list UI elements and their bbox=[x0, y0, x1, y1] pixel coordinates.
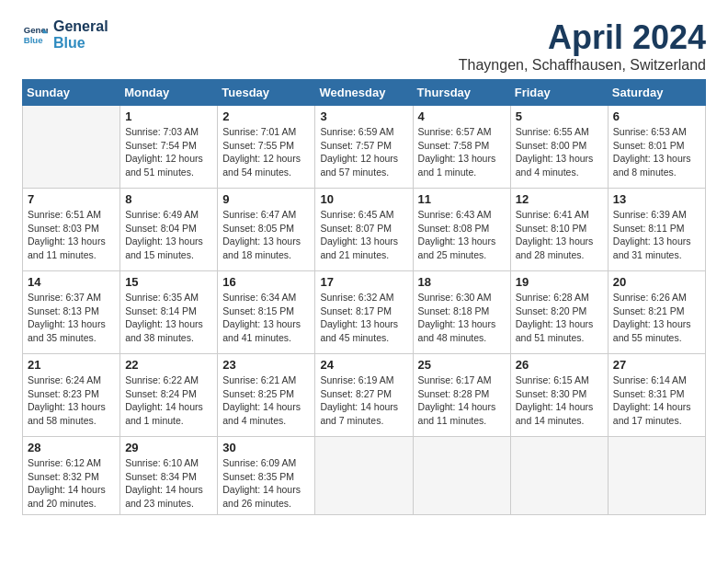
calendar-cell: 25Sunrise: 6:17 AMSunset: 8:28 PMDayligh… bbox=[413, 354, 510, 437]
calendar-cell: 30Sunrise: 6:09 AMSunset: 8:35 PMDayligh… bbox=[218, 437, 315, 515]
calendar-cell: 15Sunrise: 6:35 AMSunset: 8:14 PMDayligh… bbox=[120, 271, 218, 354]
weekday-header-friday: Friday bbox=[510, 80, 608, 106]
day-number: 5 bbox=[516, 109, 603, 123]
day-number: 30 bbox=[222, 441, 310, 454]
logo: General Blue General Blue bbox=[22, 18, 108, 52]
day-number: 19 bbox=[516, 275, 603, 289]
day-info: Sunrise: 7:03 AMSunset: 7:54 PMDaylight:… bbox=[125, 125, 212, 179]
day-info: Sunrise: 6:15 AMSunset: 8:30 PMDaylight:… bbox=[516, 373, 603, 428]
calendar-cell: 17Sunrise: 6:32 AMSunset: 8:17 PMDayligh… bbox=[315, 271, 413, 354]
weekday-header-tuesday: Tuesday bbox=[218, 80, 315, 106]
day-info: Sunrise: 6:10 AMSunset: 8:34 PMDaylight:… bbox=[125, 456, 212, 511]
day-info: Sunrise: 6:09 AMSunset: 8:35 PMDaylight:… bbox=[222, 456, 310, 511]
day-info: Sunrise: 6:19 AMSunset: 8:27 PMDaylight:… bbox=[320, 373, 407, 428]
calendar-cell: 24Sunrise: 6:19 AMSunset: 8:27 PMDayligh… bbox=[315, 354, 413, 437]
day-number: 15 bbox=[125, 275, 212, 289]
day-number: 24 bbox=[320, 358, 407, 372]
day-number: 17 bbox=[320, 275, 407, 289]
day-number: 6 bbox=[613, 109, 700, 123]
day-info: Sunrise: 6:12 AMSunset: 8:32 PMDaylight:… bbox=[28, 456, 115, 511]
day-number: 2 bbox=[222, 109, 310, 123]
calendar-cell: 2Sunrise: 7:01 AMSunset: 7:55 PMDaylight… bbox=[218, 106, 315, 189]
day-number: 9 bbox=[222, 192, 310, 206]
calendar-cell: 22Sunrise: 6:22 AMSunset: 8:24 PMDayligh… bbox=[120, 354, 218, 437]
calendar-cell bbox=[413, 437, 510, 515]
day-info: Sunrise: 6:45 AMSunset: 8:07 PMDaylight:… bbox=[320, 208, 407, 262]
day-info: Sunrise: 6:14 AMSunset: 8:31 PMDaylight:… bbox=[613, 373, 700, 428]
month-title: April 2024 bbox=[459, 18, 706, 57]
week-row-3: 14Sunrise: 6:37 AMSunset: 8:13 PMDayligh… bbox=[23, 271, 706, 354]
calendar-cell: 11Sunrise: 6:43 AMSunset: 8:08 PMDayligh… bbox=[413, 189, 510, 271]
day-number: 14 bbox=[28, 275, 115, 289]
day-info: Sunrise: 6:47 AMSunset: 8:05 PMDaylight:… bbox=[222, 208, 310, 262]
calendar-cell: 20Sunrise: 6:26 AMSunset: 8:21 PMDayligh… bbox=[608, 271, 705, 354]
calendar-cell: 28Sunrise: 6:12 AMSunset: 8:32 PMDayligh… bbox=[23, 437, 120, 515]
title-block: April 2024 Thayngen, Schaffhausen, Switz… bbox=[459, 18, 706, 74]
day-info: Sunrise: 6:21 AMSunset: 8:25 PMDaylight:… bbox=[222, 373, 310, 428]
logo-icon: General Blue bbox=[22, 22, 48, 48]
day-info: Sunrise: 6:49 AMSunset: 8:04 PMDaylight:… bbox=[125, 208, 212, 262]
day-number: 28 bbox=[28, 441, 115, 454]
day-info: Sunrise: 6:32 AMSunset: 8:17 PMDaylight:… bbox=[320, 291, 407, 345]
calendar-cell: 29Sunrise: 6:10 AMSunset: 8:34 PMDayligh… bbox=[120, 437, 218, 515]
day-number: 4 bbox=[418, 109, 506, 123]
day-info: Sunrise: 6:53 AMSunset: 8:01 PMDaylight:… bbox=[613, 125, 700, 179]
day-number: 13 bbox=[613, 192, 700, 206]
calendar-cell bbox=[23, 106, 120, 189]
calendar-cell: 27Sunrise: 6:14 AMSunset: 8:31 PMDayligh… bbox=[608, 354, 705, 437]
calendar-cell: 1Sunrise: 7:03 AMSunset: 7:54 PMDaylight… bbox=[120, 106, 218, 189]
day-info: Sunrise: 6:41 AMSunset: 8:10 PMDaylight:… bbox=[516, 208, 603, 262]
svg-text:Blue: Blue bbox=[24, 35, 43, 45]
day-number: 12 bbox=[516, 192, 603, 206]
calendar-cell: 21Sunrise: 6:24 AMSunset: 8:23 PMDayligh… bbox=[23, 354, 120, 437]
week-row-4: 21Sunrise: 6:24 AMSunset: 8:23 PMDayligh… bbox=[23, 354, 706, 437]
calendar-cell: 4Sunrise: 6:57 AMSunset: 7:58 PMDaylight… bbox=[413, 106, 510, 189]
calendar-cell: 10Sunrise: 6:45 AMSunset: 8:07 PMDayligh… bbox=[315, 189, 413, 271]
day-number: 8 bbox=[125, 192, 212, 206]
weekday-header-monday: Monday bbox=[120, 80, 218, 106]
day-number: 1 bbox=[125, 109, 212, 123]
day-info: Sunrise: 6:43 AMSunset: 8:08 PMDaylight:… bbox=[418, 208, 506, 262]
calendar-cell: 18Sunrise: 6:30 AMSunset: 8:18 PMDayligh… bbox=[413, 271, 510, 354]
day-info: Sunrise: 6:35 AMSunset: 8:14 PMDaylight:… bbox=[125, 291, 212, 345]
day-number: 29 bbox=[125, 441, 212, 454]
day-number: 27 bbox=[613, 358, 700, 372]
day-info: Sunrise: 6:55 AMSunset: 8:00 PMDaylight:… bbox=[516, 125, 603, 179]
calendar: SundayMondayTuesdayWednesdayThursdayFrid… bbox=[22, 79, 706, 515]
day-number: 23 bbox=[222, 358, 310, 372]
day-number: 26 bbox=[516, 358, 603, 372]
day-number: 22 bbox=[125, 358, 212, 372]
day-number: 21 bbox=[28, 358, 115, 372]
calendar-cell: 12Sunrise: 6:41 AMSunset: 8:10 PMDayligh… bbox=[510, 189, 608, 271]
calendar-cell bbox=[510, 437, 608, 515]
calendar-cell: 16Sunrise: 6:34 AMSunset: 8:15 PMDayligh… bbox=[218, 271, 315, 354]
day-info: Sunrise: 6:28 AMSunset: 8:20 PMDaylight:… bbox=[516, 291, 603, 345]
calendar-cell: 6Sunrise: 6:53 AMSunset: 8:01 PMDaylight… bbox=[608, 106, 705, 189]
logo-blue: Blue bbox=[53, 35, 108, 52]
weekday-header-wednesday: Wednesday bbox=[315, 80, 413, 106]
day-info: Sunrise: 6:26 AMSunset: 8:21 PMDaylight:… bbox=[613, 291, 700, 345]
calendar-cell: 19Sunrise: 6:28 AMSunset: 8:20 PMDayligh… bbox=[510, 271, 608, 354]
location: Thayngen, Schaffhausen, Switzerland bbox=[459, 57, 706, 74]
weekday-header-saturday: Saturday bbox=[608, 80, 705, 106]
calendar-cell: 8Sunrise: 6:49 AMSunset: 8:04 PMDaylight… bbox=[120, 189, 218, 271]
day-info: Sunrise: 6:30 AMSunset: 8:18 PMDaylight:… bbox=[418, 291, 506, 345]
day-info: Sunrise: 6:22 AMSunset: 8:24 PMDaylight:… bbox=[125, 373, 212, 428]
weekday-header-sunday: Sunday bbox=[23, 80, 120, 106]
calendar-cell: 9Sunrise: 6:47 AMSunset: 8:05 PMDaylight… bbox=[218, 189, 315, 271]
weekday-header-row: SundayMondayTuesdayWednesdayThursdayFrid… bbox=[23, 80, 706, 106]
week-row-5: 28Sunrise: 6:12 AMSunset: 8:32 PMDayligh… bbox=[23, 437, 706, 515]
day-info: Sunrise: 6:39 AMSunset: 8:11 PMDaylight:… bbox=[613, 208, 700, 262]
day-number: 25 bbox=[418, 358, 506, 372]
day-number: 11 bbox=[418, 192, 506, 206]
week-row-1: 1Sunrise: 7:03 AMSunset: 7:54 PMDaylight… bbox=[23, 106, 706, 189]
page-header: General Blue General Blue April 2024 Tha… bbox=[22, 18, 706, 74]
calendar-cell: 14Sunrise: 6:37 AMSunset: 8:13 PMDayligh… bbox=[23, 271, 120, 354]
day-info: Sunrise: 6:34 AMSunset: 8:15 PMDaylight:… bbox=[222, 291, 310, 345]
day-number: 20 bbox=[613, 275, 700, 289]
calendar-cell: 7Sunrise: 6:51 AMSunset: 8:03 PMDaylight… bbox=[23, 189, 120, 271]
day-info: Sunrise: 7:01 AMSunset: 7:55 PMDaylight:… bbox=[222, 125, 310, 179]
day-info: Sunrise: 6:17 AMSunset: 8:28 PMDaylight:… bbox=[418, 373, 506, 428]
day-info: Sunrise: 6:37 AMSunset: 8:13 PMDaylight:… bbox=[28, 291, 115, 345]
day-info: Sunrise: 6:51 AMSunset: 8:03 PMDaylight:… bbox=[28, 208, 115, 262]
